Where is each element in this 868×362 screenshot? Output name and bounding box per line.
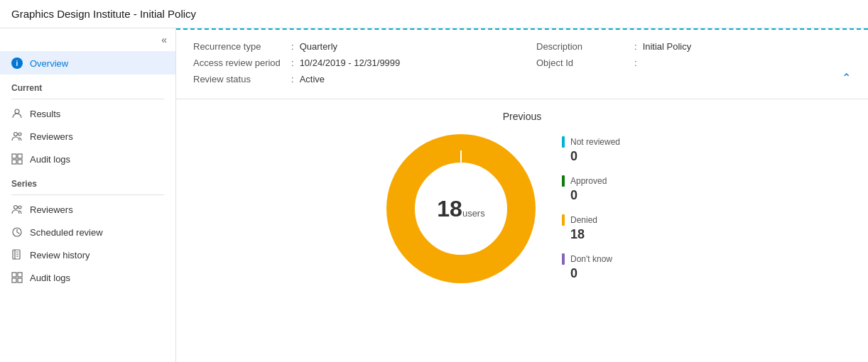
svg-point-8: [18, 206, 21, 209]
legend-not-reviewed-header: Not reviewed: [562, 136, 661, 148]
person-icon: [11, 108, 23, 119]
svg-rect-15: [12, 273, 16, 277]
legend-approved-header: Approved: [562, 175, 661, 187]
svg-rect-18: [18, 278, 22, 283]
series-section-label: Series: [0, 170, 175, 192]
recurrence-type-value: Quarterly: [300, 41, 337, 52]
not-reviewed-bar: [562, 136, 565, 148]
legend-dont-know: Don't know 0: [562, 253, 661, 281]
object-id-row: Object Id :: [536, 57, 851, 68]
collapse-button-area[interactable]: «: [0, 28, 175, 52]
svg-rect-5: [12, 160, 16, 164]
details-grid: Recurrence type : Quarterly Access revie…: [193, 41, 851, 87]
details-panel: Recurrence type : Quarterly Access revie…: [176, 30, 868, 99]
svg-rect-17: [12, 278, 16, 283]
svg-rect-6: [18, 160, 22, 164]
collapse-icon[interactable]: «: [158, 33, 170, 47]
donut-users-label: users: [462, 208, 485, 219]
description-value: Initial Policy: [643, 41, 692, 52]
sidebar-item-review-history[interactable]: Review history: [0, 243, 175, 266]
main-layout: « i Overview Current Results: [0, 28, 868, 362]
sidebar-item-reviewers[interactable]: Reviewers: [0, 125, 175, 148]
chart-area: Previous 18users: [176, 99, 868, 362]
legend-approved: Approved 0: [562, 175, 661, 203]
approved-count: 0: [562, 188, 661, 203]
access-review-period-row: Access review period : 10/24/2019 - 12/3…: [193, 57, 508, 68]
approved-bar: [562, 175, 565, 187]
recurrence-type-row: Recurrence type : Quarterly: [193, 41, 508, 52]
svg-point-1: [14, 133, 18, 136]
series-grid-icon: [11, 272, 23, 283]
info-icon: i: [11, 57, 23, 69]
recurrence-type-label: Recurrence type: [193, 41, 286, 52]
sidebar-item-overview-label: Overview: [30, 58, 68, 69]
sidebar-item-audit-logs[interactable]: Audit logs: [0, 148, 175, 170]
page-title: Graphics Design Institute - Initial Poli…: [11, 8, 196, 20]
denied-bar: [562, 214, 565, 226]
donut-label: 18users: [437, 196, 484, 222]
previous-title: Previous: [503, 111, 541, 122]
details-right-column: Description : Initial Policy Object Id :…: [536, 41, 851, 87]
clock-icon: [11, 226, 23, 238]
svg-point-7: [14, 206, 18, 209]
review-status-value: Active: [300, 74, 325, 84]
approved-label: Approved: [570, 176, 607, 186]
review-status-label: Review status: [193, 74, 286, 84]
legend-not-reviewed: Not reviewed 0: [562, 136, 661, 164]
svg-rect-3: [12, 154, 16, 158]
access-review-period-value: 10/24/2019 - 12/31/9999: [300, 57, 401, 68]
people-icon: [11, 131, 23, 142]
app-header: Graphics Design Institute - Initial Poli…: [0, 0, 868, 28]
book-icon: [11, 249, 23, 260]
sidebar-item-results-label: Results: [30, 109, 60, 119]
sidebar-item-reviewers-label: Reviewers: [30, 131, 73, 142]
not-reviewed-count: 0: [562, 149, 661, 164]
svg-point-0: [15, 109, 19, 114]
chevron-up-icon[interactable]: ⌃: [842, 71, 851, 84]
details-left-column: Recurrence type : Quarterly Access revie…: [193, 41, 508, 87]
not-reviewed-label: Not reviewed: [570, 137, 620, 147]
series-divider: [11, 194, 164, 195]
collapse-details-button[interactable]: ⌃: [536, 68, 851, 87]
svg-point-2: [18, 133, 21, 136]
sidebar: « i Overview Current Results: [0, 28, 176, 362]
legend-panel: Not reviewed 0 Approved 0: [562, 136, 661, 281]
donut-number: 18: [437, 196, 462, 221]
sidebar-item-audit-logs-label: Audit logs: [30, 154, 70, 165]
legend-denied-header: Denied: [562, 214, 661, 226]
sidebar-item-series-reviewers[interactable]: Reviewers: [0, 198, 175, 221]
svg-rect-16: [18, 273, 22, 277]
denied-label: Denied: [570, 215, 597, 225]
sidebar-item-overview[interactable]: i Overview: [0, 52, 175, 75]
series-people-icon: [11, 204, 23, 215]
donut-chart: 18users: [383, 131, 539, 287]
review-status-row: Review status : Active: [193, 74, 508, 84]
denied-count: 18: [562, 227, 661, 242]
sidebar-item-results[interactable]: Results: [0, 102, 175, 125]
description-label: Description: [536, 41, 629, 52]
grid-icon: [11, 153, 23, 165]
sidebar-item-series-audit-logs[interactable]: Audit logs: [0, 266, 175, 289]
current-section-label: Current: [0, 75, 175, 96]
previous-section: Previous 18users: [193, 111, 851, 351]
sidebar-item-series-reviewers-label: Reviewers: [30, 204, 73, 215]
content-area: Recurrence type : Quarterly Access revie…: [176, 28, 868, 362]
legend-dont-know-header: Don't know: [562, 253, 661, 265]
access-review-period-label: Access review period: [193, 57, 286, 68]
sidebar-item-series-audit-logs-label: Audit logs: [30, 273, 70, 283]
svg-rect-4: [18, 154, 22, 158]
current-divider: [11, 99, 164, 99]
dont-know-label: Don't know: [570, 254, 612, 264]
sidebar-item-scheduled-review[interactable]: Scheduled review: [0, 221, 175, 243]
description-row: Description : Initial Policy: [536, 41, 851, 52]
sidebar-item-review-history-label: Review history: [30, 250, 90, 260]
sidebar-item-scheduled-review-label: Scheduled review: [30, 227, 103, 238]
object-id-label: Object Id: [536, 57, 629, 68]
legend-denied: Denied 18: [562, 214, 661, 242]
dont-know-bar: [562, 253, 565, 265]
dont-know-count: 0: [562, 266, 661, 281]
